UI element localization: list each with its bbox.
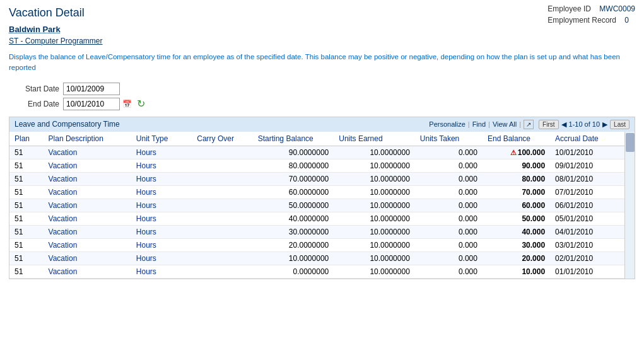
- cell-end-balance: 60.000: [483, 199, 550, 212]
- cell-unit-type[interactable]: Hours: [131, 159, 192, 172]
- cell-unit-type-link[interactable]: Hours: [136, 161, 156, 170]
- cell-carry-over: [192, 212, 252, 225]
- cell-end-balance: 30.000: [483, 238, 550, 251]
- nav-prev-icon[interactable]: ◀: [561, 120, 566, 129]
- scrollbar-area[interactable]: [624, 132, 635, 279]
- end-balance-value: 100.000: [518, 148, 545, 157]
- table-row: 51VacationHours90.000000010.00000000.000…: [9, 146, 624, 159]
- cell-description-link[interactable]: Vacation: [49, 228, 78, 236]
- data-table: Plan Plan Description Unit Type Carry Ov…: [9, 132, 624, 279]
- cell-carry-over: [192, 225, 252, 238]
- page-info: 1-10 of 10: [569, 120, 600, 128]
- job-title-link[interactable]: ST - Computer Programmer: [9, 37, 102, 45]
- cell-description[interactable]: Vacation: [44, 199, 131, 212]
- cell-description[interactable]: Vacation: [44, 225, 131, 238]
- find-link[interactable]: Find: [472, 120, 486, 128]
- table-row: 51VacationHours60.000000010.00000000.000…: [9, 185, 624, 199]
- org-name[interactable]: Baldwin Park: [9, 25, 102, 34]
- cell-unit-type-link[interactable]: Hours: [136, 148, 156, 157]
- cell-unit-type[interactable]: Hours: [131, 225, 192, 238]
- popup-icon[interactable]: ↗: [524, 120, 534, 129]
- cell-unit-type-link[interactable]: Hours: [136, 254, 156, 263]
- cell-carry-over: [192, 146, 252, 159]
- table-row: 51VacationHours0.000000010.00000000.0001…: [9, 265, 624, 278]
- cell-unit-type[interactable]: Hours: [131, 265, 192, 278]
- cell-description[interactable]: Vacation: [44, 172, 131, 185]
- end-date-input[interactable]: [63, 98, 120, 110]
- cell-description[interactable]: Vacation: [44, 265, 131, 278]
- view-all-link[interactable]: View All: [493, 120, 517, 128]
- cell-plan: 51: [9, 159, 44, 172]
- cell-unit-type-link[interactable]: Hours: [136, 188, 156, 197]
- cell-description-link[interactable]: Vacation: [49, 148, 78, 157]
- scrollbar-thumb[interactable]: [626, 133, 635, 152]
- cell-carry-over: [192, 159, 252, 172]
- cell-unit-type[interactable]: Hours: [131, 199, 192, 212]
- cell-carry-over: [192, 199, 252, 212]
- cell-units-earned: 10.0000000: [334, 212, 415, 225]
- start-date-input[interactable]: [63, 83, 120, 95]
- cell-description-link[interactable]: Vacation: [49, 241, 78, 250]
- cell-plan: 51: [9, 238, 44, 251]
- cell-units-earned: 10.0000000: [334, 146, 415, 159]
- end-balance-value: 40.000: [522, 228, 545, 236]
- cell-starting-balance: 0.0000000: [253, 265, 334, 278]
- cell-carry-over: [192, 265, 252, 278]
- last-button[interactable]: Last: [610, 120, 629, 129]
- table-header-bar: Leave and Compensatory Time Personalize …: [9, 117, 635, 132]
- cell-end-balance: 40.000: [483, 225, 550, 238]
- employee-id-value[interactable]: MWC0009: [599, 4, 635, 13]
- cell-description[interactable]: Vacation: [44, 251, 131, 265]
- cell-unit-type[interactable]: Hours: [131, 251, 192, 265]
- cell-units-taken: 0.000: [415, 159, 483, 172]
- cell-plan: 51: [9, 185, 44, 199]
- nav-controls: First ◀ 1-10 of 10 ▶ Last: [539, 120, 629, 129]
- cell-end-balance: ⚠100.000: [483, 146, 550, 159]
- cell-description[interactable]: Vacation: [44, 146, 131, 159]
- cell-description[interactable]: Vacation: [44, 159, 131, 172]
- cell-units-earned: 10.0000000: [334, 199, 415, 212]
- cell-unit-type-link[interactable]: Hours: [136, 175, 156, 183]
- cell-unit-type-link[interactable]: Hours: [136, 241, 156, 250]
- cell-end-balance: 10.000: [483, 265, 550, 278]
- cell-unit-type[interactable]: Hours: [131, 146, 192, 159]
- cell-unit-type[interactable]: Hours: [131, 212, 192, 225]
- cell-units-taken: 0.000: [415, 251, 483, 265]
- cell-carry-over: [192, 185, 252, 199]
- cell-description-link[interactable]: Vacation: [49, 201, 78, 210]
- cell-description[interactable]: Vacation: [44, 212, 131, 225]
- nav-next-icon[interactable]: ▶: [602, 120, 607, 129]
- cell-description-link[interactable]: Vacation: [49, 254, 78, 263]
- cell-unit-type[interactable]: Hours: [131, 185, 192, 199]
- first-button[interactable]: First: [539, 120, 558, 129]
- cell-unit-type-link[interactable]: Hours: [136, 267, 156, 276]
- cell-unit-type[interactable]: Hours: [131, 238, 192, 251]
- cell-description[interactable]: Vacation: [44, 238, 131, 251]
- cell-unit-type-link[interactable]: Hours: [136, 228, 156, 236]
- cell-accrual-date: 06/01/2010: [550, 199, 624, 212]
- employment-record-value[interactable]: 0: [624, 16, 629, 25]
- cell-description-link[interactable]: Vacation: [49, 214, 78, 223]
- refresh-icon[interactable]: ↻: [137, 98, 145, 110]
- page-title: Vacation Detail: [9, 6, 635, 20]
- cell-units-taken: 0.000: [415, 225, 483, 238]
- cell-description-link[interactable]: Vacation: [49, 267, 78, 276]
- cell-description[interactable]: Vacation: [44, 185, 131, 199]
- cell-accrual-date: 05/01/2010: [550, 212, 624, 225]
- section-title: Leave and Compensatory Time: [15, 120, 120, 129]
- col-header-unit-type: Unit Type: [131, 132, 192, 146]
- employment-record-label: Employment Record: [547, 16, 616, 25]
- cell-units-taken: 0.000: [415, 238, 483, 251]
- cell-description-link[interactable]: Vacation: [49, 161, 78, 170]
- col-header-description: Plan Description: [44, 132, 131, 146]
- cell-unit-type[interactable]: Hours: [131, 172, 192, 185]
- cell-description-link[interactable]: Vacation: [49, 175, 78, 183]
- col-header-starting-balance: Starting Balance: [253, 132, 334, 146]
- cell-unit-type-link[interactable]: Hours: [136, 201, 156, 210]
- cell-unit-type-link[interactable]: Hours: [136, 214, 156, 223]
- description-text: Displays the balance of Leave/Compensato…: [9, 52, 635, 74]
- calendar-icon[interactable]: 📅: [122, 100, 132, 108]
- cell-description-link[interactable]: Vacation: [49, 188, 78, 197]
- cell-units-taken: 0.000: [415, 199, 483, 212]
- personalize-link[interactable]: Personalize: [429, 120, 465, 128]
